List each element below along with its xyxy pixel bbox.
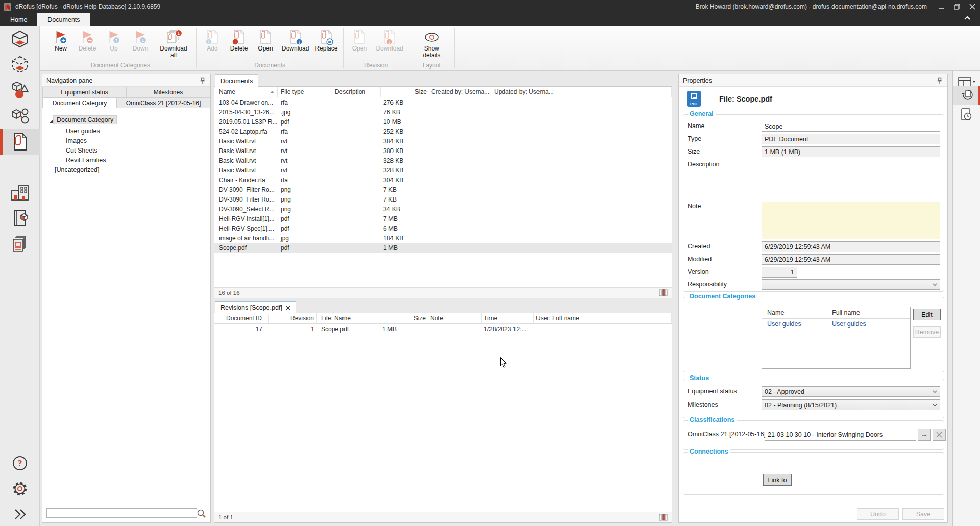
- description-field[interactable]: [762, 160, 940, 199]
- category-row[interactable]: User guides User guides: [762, 319, 910, 329]
- note-field[interactable]: [762, 202, 940, 239]
- document-replace-button[interactable]: ⇄ Replace: [312, 28, 340, 52]
- help-icon[interactable]: ?: [0, 450, 40, 476]
- category-delete-button[interactable]: − Delete: [75, 28, 100, 52]
- show-details-button[interactable]: Show details: [412, 28, 451, 59]
- column-size[interactable]: Size: [381, 87, 429, 97]
- undo-button[interactable]: Undo: [857, 508, 899, 520]
- pin-icon[interactable]: [199, 77, 206, 84]
- column-chooser-icon[interactable]: [659, 514, 668, 521]
- documents-icon[interactable]: [0, 129, 40, 155]
- tree-item-uncategorized[interactable]: [Uncategorized]: [55, 166, 100, 173]
- document-add-button[interactable]: + Add: [200, 28, 225, 52]
- table-row[interactable]: DV-3090_Select R... png 34 KB: [214, 204, 672, 214]
- categories-column-full-name[interactable]: Full name: [830, 309, 889, 316]
- tab-documents[interactable]: Documents: [37, 13, 90, 26]
- column-user[interactable]: User: Full name: [534, 313, 594, 323]
- tab-home[interactable]: Home: [0, 13, 37, 26]
- table-row[interactable]: 103-04 Drawer on... rfa 276 KB: [214, 97, 672, 107]
- responsibility-dropdown[interactable]: [762, 279, 940, 290]
- documents-tab[interactable]: Documents: [215, 74, 258, 87]
- tab-omniclass[interactable]: OmniClass 21 [2012-05-16]: [117, 97, 210, 108]
- column-description[interactable]: Description: [332, 87, 381, 97]
- rooms-icon[interactable]: [0, 27, 40, 52]
- expand-icon[interactable]: [0, 502, 40, 526]
- column-chooser-icon[interactable]: [659, 289, 668, 296]
- table-row[interactable]: Basic Wall.rvt rvt 380 KB: [214, 146, 672, 156]
- table-row[interactable]: 2015-04-30_13-26... .jpg 76 KB: [214, 107, 672, 117]
- column-name[interactable]: Name: [214, 87, 278, 97]
- equipment-status-dropdown[interactable]: 02 - Approved: [762, 386, 940, 397]
- omniclass-clear-button[interactable]: [933, 429, 946, 441]
- table-row[interactable]: 524-02 Laptop.rfa rfa 252 KB: [214, 127, 672, 136]
- restore-button[interactable]: [949, 0, 965, 13]
- table-row[interactable]: Basic Wall.rvt rvt 328 KB: [214, 156, 672, 165]
- search-input[interactable]: [46, 508, 197, 518]
- table-row[interactable]: Basic Wall.rvt rvt 384 KB: [214, 136, 672, 146]
- omniclass-field[interactable]: [765, 429, 916, 441]
- close-icon[interactable]: [965, 0, 980, 13]
- document-download-button[interactable]: ↓ Download: [279, 28, 311, 52]
- tree-item-revit-families[interactable]: Revit Families: [66, 157, 106, 164]
- pin-icon[interactable]: [936, 77, 943, 84]
- column-file-name[interactable]: File: Name: [317, 313, 378, 323]
- reports-icon[interactable]: [0, 231, 40, 256]
- categories-column-name[interactable]: Name: [762, 309, 830, 316]
- catalog-icon[interactable]: [0, 205, 40, 231]
- category-down-button[interactable]: ↓ Down: [128, 28, 153, 52]
- revision-download-button[interactable]: ↓ Download: [373, 28, 405, 52]
- name-field[interactable]: [762, 121, 940, 132]
- table-row[interactable]: 2019.05.01 LS3P R... pdf 10 MB: [214, 117, 672, 127]
- table-row[interactable]: DV-3090_Filter Ro... png 7 KB: [214, 185, 672, 194]
- table-row[interactable]: image of air handli... jpg 184 KB: [214, 233, 672, 243]
- document-delete-button[interactable]: − Delete: [226, 28, 252, 52]
- category-new-button[interactable]: + New: [48, 28, 74, 52]
- link-to-button[interactable]: Link to: [763, 474, 792, 486]
- room-templates-icon[interactable]: [0, 52, 40, 78]
- svg-text:↓: ↓: [141, 38, 145, 43]
- edit-button[interactable]: Edit: [913, 309, 941, 320]
- tab-milestones[interactable]: Milestones: [127, 87, 210, 97]
- revision-open-button[interactable]: Open: [347, 28, 372, 52]
- save-button[interactable]: Save: [902, 508, 944, 520]
- tree-expander-icon[interactable]: [49, 120, 53, 123]
- column-note[interactable]: Note: [428, 313, 482, 323]
- table-row[interactable]: Basic Wall.rvt rvt 328 KB: [214, 165, 672, 175]
- column-revision[interactable]: Revision: [269, 313, 317, 323]
- settings-icon[interactable]: [0, 476, 40, 502]
- table-row[interactable]: Chair - Kinder.rfa rfa 304 KB: [214, 175, 672, 185]
- column-updated-by[interactable]: Updated by: Userna...: [492, 87, 555, 97]
- tree-item-user-guides[interactable]: User guides: [66, 128, 100, 135]
- omniclass-browse-button[interactable]: •••: [918, 429, 931, 441]
- tab-document-category[interactable]: Document Category: [42, 97, 117, 108]
- item-systems-icon[interactable]: [0, 103, 40, 129]
- table-row[interactable]: Heil-RGV-Install[1]... pdf 7 MB: [214, 214, 672, 223]
- remove-button[interactable]: Remove: [913, 326, 941, 338]
- column-file-type[interactable]: File type: [278, 87, 332, 97]
- column-document-id[interactable]: Document ID: [214, 313, 269, 323]
- table-row[interactable]: DV-3090_Filter Ro... png 7 KB: [214, 194, 672, 204]
- column-time[interactable]: Time: [482, 313, 534, 323]
- minimize-button[interactable]: [934, 0, 949, 13]
- tree-item-root[interactable]: Document Category: [53, 115, 117, 124]
- table-row[interactable]: Heil-RGV-Spec[1].... pdf 6 MB: [214, 223, 672, 233]
- table-row[interactable]: Scope.pdf pdf 1 MB: [214, 243, 672, 253]
- tree-item-cut-sheets[interactable]: Cut Sheets: [66, 147, 97, 154]
- tab-equipment-status[interactable]: Equipment status: [42, 87, 127, 97]
- column-created-by[interactable]: Created by: Userna...: [429, 87, 492, 97]
- search-icon[interactable]: [197, 509, 206, 518]
- table-row[interactable]: 17 1 Scope.pdf 1 MB 1/28/2023 12:...: [214, 324, 672, 334]
- tab-close-icon[interactable]: [286, 306, 290, 310]
- milestones-dropdown[interactable]: 02 - Planning (8/15/2021): [762, 399, 940, 410]
- column-size[interactable]: Size: [378, 313, 428, 323]
- ribbon-collapse-icon[interactable]: [964, 16, 971, 20]
- log-panel-icon[interactable]: [953, 106, 980, 124]
- items-icon[interactable]: [0, 78, 40, 103]
- download-all-button[interactable]: ↓ Download all: [154, 28, 193, 59]
- buildings-icon[interactable]: [0, 180, 40, 205]
- revisions-tab[interactable]: Revisions [Scope.pdf]: [215, 301, 296, 314]
- category-up-button[interactable]: ↑ Up: [101, 28, 127, 52]
- tree-item-images[interactable]: Images: [66, 137, 87, 144]
- revisions-panel-icon[interactable]: [953, 86, 980, 105]
- document-open-button[interactable]: Open: [253, 28, 278, 52]
